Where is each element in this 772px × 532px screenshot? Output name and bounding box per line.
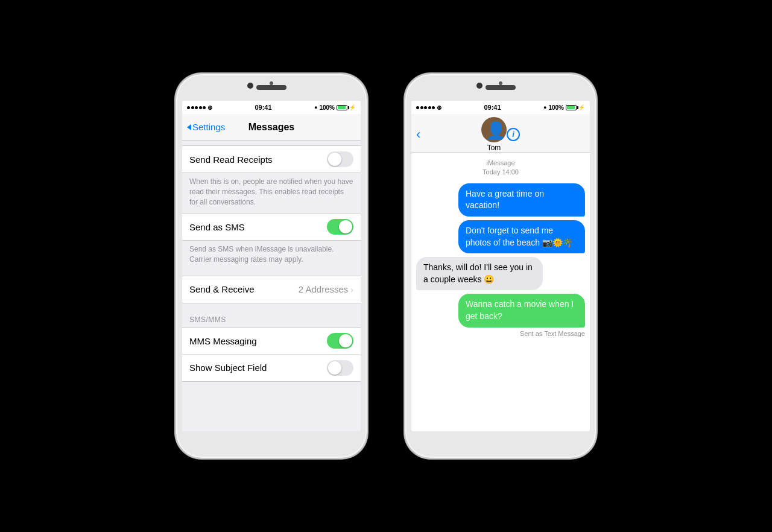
send-as-sms-label: Send as SMS (189, 222, 245, 232)
battery-icon-2 (566, 105, 577, 110)
status-time: 09:41 (255, 104, 271, 111)
status-left-2: ⊛ (416, 104, 441, 111)
read-receipts-row: Send Read Receipts (182, 145, 361, 173)
send-as-sms-row[interactable]: Send as SMS (182, 214, 361, 240)
send-receive-section: Send & Receive 2 Addresses › (182, 276, 361, 303)
message-1: Have a great time on vacation! (458, 183, 585, 217)
read-receipts-toggle[interactable] (327, 151, 353, 167)
send-as-sms-toggle[interactable] (327, 219, 353, 235)
wifi-icon: ⊛ (207, 104, 212, 111)
wifi-icon-2: ⊛ (437, 104, 441, 111)
battery-icon (337, 105, 347, 110)
toggle-knob-4 (328, 361, 341, 375)
messages-back-button[interactable]: ‹ (416, 127, 420, 142)
settings-navbar: Settings Messages (182, 114, 361, 141)
show-subject-label: Show Subject Field (189, 363, 267, 373)
sent-as-text-label: Sent as Text Message (520, 330, 585, 337)
back-label: Settings (192, 122, 225, 132)
toggle-knob-2 (339, 220, 352, 233)
message-4: Wanna catch a movie when I get back? (458, 294, 585, 327)
send-receive-value: 2 Addresses › (299, 284, 353, 294)
mms-messaging-toggle[interactable] (327, 333, 353, 349)
toggle-knob (328, 153, 341, 166)
speaker-grille (256, 85, 286, 90)
send-receive-row[interactable]: Send & Receive 2 Addresses › (182, 276, 361, 303)
phone-messages: ⊛ 09:41 ● 100% ⚡ ‹ Tom i iMes (404, 73, 597, 459)
sms-mms-header: SMS/MMS (182, 303, 361, 328)
battery-percent-2: 100% (548, 104, 564, 111)
read-receipts-description: When this is on, people are notified whe… (182, 173, 361, 213)
message-timestamp: iMessage Today 14:00 (416, 159, 585, 177)
show-subject-row[interactable]: Show Subject Field (182, 355, 361, 381)
read-receipts-label: Send Read Receipts (189, 154, 273, 165)
settings-back-button[interactable]: Settings (187, 122, 225, 132)
toggle-knob-3 (339, 334, 352, 347)
message-3: Thanks, will do! I'll see you in a coupl… (416, 257, 543, 290)
signal-icon-2 (416, 106, 435, 109)
messages-screen: ⊛ 09:41 ● 100% ⚡ ‹ Tom i iMes (411, 101, 590, 431)
timestamp-time: Today 14:00 (416, 168, 585, 177)
camera-icon-2 (476, 83, 482, 89)
status-left: ⊛ (187, 104, 212, 111)
contact-header[interactable]: Tom (481, 117, 507, 152)
lock-icon: ● (314, 104, 317, 110)
message-2: Don't forget to send me photos of the be… (458, 220, 585, 253)
camera-icon (247, 83, 253, 89)
lock-icon-2: ● (543, 104, 546, 110)
send-receive-container: Send & Receive 2 Addresses › (182, 276, 361, 303)
info-button[interactable]: i (507, 128, 520, 141)
battery-percent: 100% (319, 104, 335, 111)
status-time-2: 09:41 (484, 104, 501, 111)
speaker-grille-2 (486, 85, 516, 90)
sms-mms-container: MMS Messaging Show Subject Field (182, 328, 361, 382)
charging-icon-2: ⚡ (578, 104, 585, 110)
status-right: ● 100% ⚡ (314, 104, 356, 111)
sms-mms-section: SMS/MMS MMS Messaging Show Subject Field (182, 303, 361, 382)
contact-avatar (481, 117, 507, 142)
send-receive-label: Send & Receive (189, 284, 255, 294)
charging-icon: ⚡ (349, 104, 356, 110)
send-as-sms-section: Send as SMS Send as SMS when iMessage is… (182, 213, 361, 271)
timestamp-type: iMessage (416, 159, 585, 168)
messages-navbar: ‹ Tom i (411, 114, 590, 153)
settings-screen: ⊛ 09:41 ● 100% ⚡ Settings Messages (182, 101, 361, 431)
phone-settings: ⊛ 09:41 ● 100% ⚡ Settings Messages (175, 73, 368, 459)
signal-icon (187, 106, 206, 109)
show-subject-toggle[interactable] (327, 360, 353, 376)
chevron-right-icon: › (350, 285, 353, 294)
settings-content: Send Read Receipts When this is on, peop… (182, 141, 361, 431)
chevron-left-icon (187, 124, 191, 130)
send-as-sms-description: Send as SMS when iMessage is unavailable… (182, 241, 361, 271)
contact-name: Tom (487, 144, 501, 152)
send-as-sms-row-container: Send as SMS (182, 213, 361, 241)
status-bar-2: ⊛ 09:41 ● 100% ⚡ (411, 101, 590, 114)
status-right-2: ● 100% ⚡ (543, 104, 585, 111)
read-receipts-section: Send Read Receipts When this is on, peop… (182, 145, 361, 213)
send-read-receipts-row[interactable]: Send Read Receipts (182, 146, 361, 173)
status-bar: ⊛ 09:41 ● 100% ⚡ (182, 101, 361, 114)
mms-messaging-label: MMS Messaging (189, 336, 257, 346)
addresses-count: 2 Addresses (299, 284, 349, 294)
mms-messaging-row[interactable]: MMS Messaging (182, 328, 361, 355)
settings-page-title: Messages (248, 122, 295, 133)
messages-list: iMessage Today 14:00 Have a great time o… (411, 153, 590, 431)
